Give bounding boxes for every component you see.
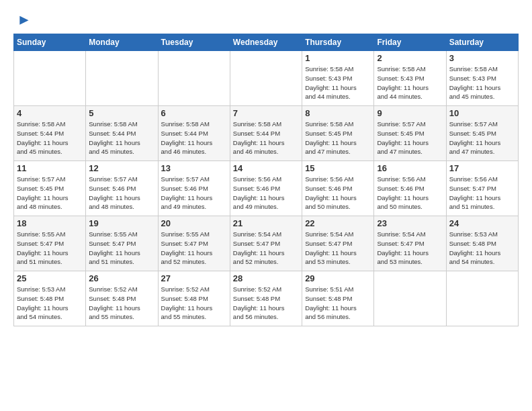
day-info: Sunrise: 5:52 AMSunset: 5:48 PMDaylight:… [161, 285, 227, 322]
day-number: 28 [233, 273, 299, 283]
day-info: Sunrise: 5:53 AMSunset: 5:48 PMDaylight:… [17, 285, 83, 322]
calendar-cell: 7Sunrise: 5:58 AMSunset: 5:44 PMDaylight… [230, 106, 302, 161]
day-number: 29 [305, 273, 371, 283]
day-number: 6 [161, 108, 227, 118]
calendar-cell: 4Sunrise: 5:58 AMSunset: 5:44 PMDaylight… [14, 106, 86, 161]
weekday-header-monday: Monday [86, 34, 158, 51]
day-info: Sunrise: 5:56 AMSunset: 5:46 PMDaylight:… [233, 175, 299, 212]
day-number: 19 [89, 218, 154, 228]
calendar-cell: 21Sunrise: 5:54 AMSunset: 5:47 PMDayligh… [230, 216, 302, 271]
day-number: 1 [305, 53, 371, 63]
day-info: Sunrise: 5:58 AMSunset: 5:44 PMDaylight:… [233, 120, 299, 156]
calendar-cell: 3Sunrise: 5:58 AMSunset: 5:43 PMDaylight… [446, 51, 518, 106]
calendar-cell [86, 51, 158, 106]
day-info: Sunrise: 5:57 AMSunset: 5:46 PMDaylight:… [89, 175, 154, 212]
calendar-cell: 16Sunrise: 5:56 AMSunset: 5:46 PMDayligh… [374, 161, 446, 216]
weekday-header-saturday: Saturday [446, 34, 518, 51]
logo [13, 13, 30, 28]
day-number: 27 [161, 273, 227, 283]
day-info: Sunrise: 5:52 AMSunset: 5:48 PMDaylight:… [89, 285, 154, 322]
day-info: Sunrise: 5:58 AMSunset: 5:43 PMDaylight:… [449, 64, 515, 101]
day-number: 12 [89, 163, 154, 173]
day-number: 22 [305, 218, 371, 228]
day-info: Sunrise: 5:58 AMSunset: 5:43 PMDaylight:… [305, 64, 371, 101]
day-info: Sunrise: 5:58 AMSunset: 5:44 PMDaylight:… [89, 120, 154, 156]
day-info: Sunrise: 5:58 AMSunset: 5:44 PMDaylight:… [161, 120, 227, 156]
calendar-cell: 11Sunrise: 5:57 AMSunset: 5:45 PMDayligh… [14, 161, 86, 216]
calendar-cell: 28Sunrise: 5:52 AMSunset: 5:48 PMDayligh… [230, 271, 302, 326]
day-number: 10 [449, 108, 515, 118]
day-number: 7 [233, 108, 299, 118]
calendar-cell [14, 51, 86, 106]
weekday-header-friday: Friday [374, 34, 446, 51]
day-number: 18 [17, 218, 83, 228]
week-row-3: 18Sunrise: 5:55 AMSunset: 5:47 PMDayligh… [14, 216, 519, 271]
calendar-cell: 24Sunrise: 5:53 AMSunset: 5:48 PMDayligh… [446, 216, 518, 271]
calendar-cell: 20Sunrise: 5:55 AMSunset: 5:47 PMDayligh… [158, 216, 230, 271]
calendar-cell: 18Sunrise: 5:55 AMSunset: 5:47 PMDayligh… [14, 216, 86, 271]
calendar-cell: 22Sunrise: 5:54 AMSunset: 5:47 PMDayligh… [302, 216, 374, 271]
day-info: Sunrise: 5:53 AMSunset: 5:48 PMDaylight:… [449, 230, 515, 267]
calendar-cell [158, 51, 230, 106]
day-number: 26 [89, 273, 154, 283]
day-info: Sunrise: 5:56 AMSunset: 5:46 PMDaylight:… [305, 175, 371, 212]
calendar-cell: 27Sunrise: 5:52 AMSunset: 5:48 PMDayligh… [158, 271, 230, 326]
day-info: Sunrise: 5:55 AMSunset: 5:47 PMDaylight:… [161, 230, 227, 267]
week-row-0: 1Sunrise: 5:58 AMSunset: 5:43 PMDaylight… [14, 51, 519, 106]
calendar-cell: 6Sunrise: 5:58 AMSunset: 5:44 PMDaylight… [158, 106, 230, 161]
day-number: 25 [17, 273, 83, 283]
weekday-header-wednesday: Wednesday [230, 34, 302, 51]
calendar-cell: 17Sunrise: 5:56 AMSunset: 5:47 PMDayligh… [446, 161, 518, 216]
calendar-cell: 2Sunrise: 5:58 AMSunset: 5:43 PMDaylight… [374, 51, 446, 106]
day-info: Sunrise: 5:51 AMSunset: 5:48 PMDaylight:… [305, 285, 371, 322]
day-number: 16 [377, 163, 443, 173]
day-info: Sunrise: 5:58 AMSunset: 5:45 PMDaylight:… [305, 120, 371, 156]
day-number: 13 [161, 163, 227, 173]
day-info: Sunrise: 5:55 AMSunset: 5:47 PMDaylight:… [89, 230, 154, 267]
calendar-cell [446, 271, 518, 326]
day-info: Sunrise: 5:54 AMSunset: 5:47 PMDaylight:… [305, 230, 371, 267]
calendar-table: SundayMondayTuesdayWednesdayThursdayFrid… [13, 34, 519, 326]
calendar-cell: 26Sunrise: 5:52 AMSunset: 5:48 PMDayligh… [86, 271, 158, 326]
calendar-cell: 29Sunrise: 5:51 AMSunset: 5:48 PMDayligh… [302, 271, 374, 326]
weekday-header-thursday: Thursday [302, 34, 374, 51]
day-info: Sunrise: 5:54 AMSunset: 5:47 PMDaylight:… [377, 230, 443, 267]
calendar-cell: 5Sunrise: 5:58 AMSunset: 5:44 PMDaylight… [86, 106, 158, 161]
week-row-1: 4Sunrise: 5:58 AMSunset: 5:44 PMDaylight… [14, 106, 519, 161]
calendar-cell: 12Sunrise: 5:57 AMSunset: 5:46 PMDayligh… [86, 161, 158, 216]
page: SundayMondayTuesdayWednesdayThursdayFrid… [0, 0, 532, 334]
calendar-cell: 10Sunrise: 5:57 AMSunset: 5:45 PMDayligh… [446, 106, 518, 161]
day-info: Sunrise: 5:57 AMSunset: 5:45 PMDaylight:… [17, 175, 83, 212]
header [13, 11, 519, 28]
day-info: Sunrise: 5:57 AMSunset: 5:45 PMDaylight:… [449, 120, 515, 156]
day-number: 23 [377, 218, 443, 228]
day-number: 9 [377, 108, 443, 118]
calendar-cell [374, 271, 446, 326]
weekday-header-row: SundayMondayTuesdayWednesdayThursdayFrid… [14, 34, 519, 51]
svg-marker-0 [19, 16, 28, 25]
weekday-header-tuesday: Tuesday [158, 34, 230, 51]
week-row-4: 25Sunrise: 5:53 AMSunset: 5:48 PMDayligh… [14, 271, 519, 326]
calendar-cell: 14Sunrise: 5:56 AMSunset: 5:46 PMDayligh… [230, 161, 302, 216]
day-info: Sunrise: 5:52 AMSunset: 5:48 PMDaylight:… [233, 285, 299, 322]
day-number: 5 [89, 108, 154, 118]
weekday-header-sunday: Sunday [14, 34, 86, 51]
day-number: 17 [449, 163, 515, 173]
day-number: 11 [17, 163, 83, 173]
day-number: 4 [17, 108, 83, 118]
day-info: Sunrise: 5:56 AMSunset: 5:47 PMDaylight:… [449, 175, 515, 212]
calendar-cell: 25Sunrise: 5:53 AMSunset: 5:48 PMDayligh… [14, 271, 86, 326]
calendar-cell: 9Sunrise: 5:57 AMSunset: 5:45 PMDaylight… [374, 106, 446, 161]
logo-icon [15, 13, 30, 28]
day-number: 21 [233, 218, 299, 228]
day-info: Sunrise: 5:56 AMSunset: 5:46 PMDaylight:… [377, 175, 443, 212]
day-number: 20 [161, 218, 227, 228]
calendar-cell: 13Sunrise: 5:57 AMSunset: 5:46 PMDayligh… [158, 161, 230, 216]
calendar-cell: 1Sunrise: 5:58 AMSunset: 5:43 PMDaylight… [302, 51, 374, 106]
day-number: 3 [449, 53, 515, 63]
calendar-cell [230, 51, 302, 106]
day-number: 14 [233, 163, 299, 173]
day-number: 24 [449, 218, 515, 228]
calendar-cell: 15Sunrise: 5:56 AMSunset: 5:46 PMDayligh… [302, 161, 374, 216]
day-info: Sunrise: 5:55 AMSunset: 5:47 PMDaylight:… [17, 230, 83, 267]
